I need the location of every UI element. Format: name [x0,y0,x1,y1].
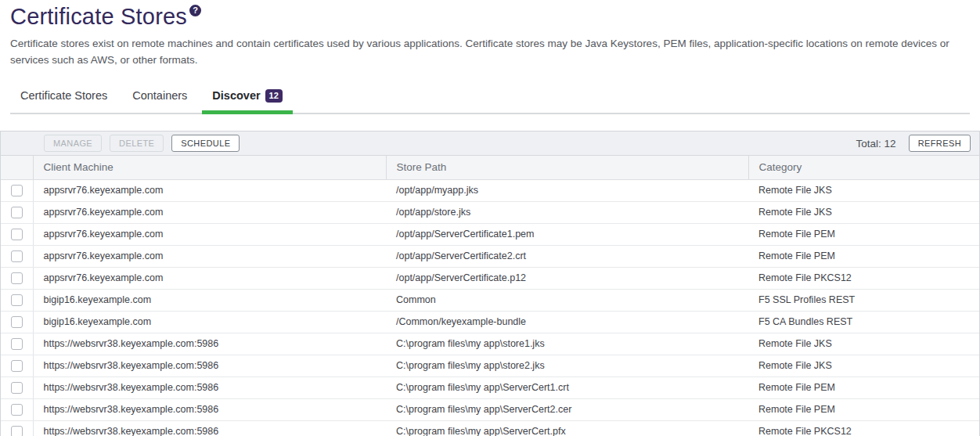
tab-certificate-stores[interactable]: Certificate Stores [10,81,117,113]
category-cell: Remote File PKCS12 [748,420,979,436]
row-checkbox-cell [1,245,33,267]
row-checkbox-cell [1,333,33,355]
client-machine-cell: appsrvr76.keyexample.com [33,201,386,223]
store-path-cell: C:\program files\my app\store2.jks [386,355,748,377]
table-row[interactable]: https://websrvr38.keyexample.com:5986C:\… [1,377,979,398]
row-checkbox[interactable] [11,426,23,436]
row-checkbox[interactable] [11,250,23,262]
table-row[interactable]: appsrvr76.keyexample.com/opt/app/ServerC… [1,267,979,289]
store-path-cell: /opt/app/ServerCertificate2.crt [386,245,748,267]
row-checkbox-cell [1,201,33,223]
delete-button[interactable]: DELETE [110,135,164,152]
row-checkbox-cell [1,179,33,201]
column-header-store-path[interactable]: Store Path [386,156,748,179]
store-path-cell: C:\program files\my app\ServerCert2.cer [386,398,748,420]
store-path-cell: C:\program files\my app\ServerCert1.crt [386,377,748,398]
table-row[interactable]: bigip16.keyexample.comCommonF5 SSL Profi… [1,289,979,311]
client-machine-cell: https://websrvr38.keyexample.com:5986 [33,355,386,377]
table-row[interactable]: appsrvr76.keyexample.com/opt/app/myapp.j… [1,179,979,201]
column-header-client-machine[interactable]: Client Machine [33,156,386,179]
category-cell: F5 CA Bundles REST [748,311,979,333]
client-machine-cell: bigip16.keyexample.com [33,311,386,333]
table-row[interactable]: https://websrvr38.keyexample.com:5986C:\… [1,420,979,436]
table-row[interactable]: appsrvr76.keyexample.com/opt/app/store.j… [1,201,979,223]
client-machine-cell: https://websrvr38.keyexample.com:5986 [33,333,386,355]
row-checkbox-cell [1,398,33,420]
manage-button[interactable]: MANAGE [44,135,102,152]
store-path-cell: C:\program files\my app\store1.jks [386,333,748,355]
row-checkbox[interactable] [11,338,23,350]
category-cell: Remote File JKS [748,333,979,355]
client-machine-cell: https://websrvr38.keyexample.com:5986 [33,377,386,398]
tab-containers[interactable]: Containers [122,81,197,113]
row-checkbox-cell [1,267,33,289]
store-path-cell: /opt/app/store.jks [386,201,748,223]
row-checkbox[interactable] [11,316,23,328]
table-row[interactable]: appsrvr76.keyexample.com/opt/app/ServerC… [1,223,979,245]
page-header: Certificate Stores ? Certificate stores … [0,0,980,114]
store-path-cell: /opt/app/myapp.jks [386,179,748,201]
category-cell: Remote File PEM [748,223,979,245]
client-machine-cell: https://websrvr38.keyexample.com:5986 [33,398,386,420]
page-description: Certificate stores exist on remote machi… [10,35,970,68]
spacer [0,114,980,131]
certificate-stores-grid: MANAGE DELETE SCHEDULE Total: 12 REFRESH… [0,131,980,436]
tab-label: Containers [132,89,187,102]
column-header-category[interactable]: Category [748,156,979,179]
discover-results-table: Client Machine Store Path Category appsr… [1,156,979,436]
row-checkbox-cell [1,377,33,398]
store-path-cell: /Common/keyexample-bundle [386,311,748,333]
category-cell: Remote File PKCS12 [748,267,979,289]
refresh-button[interactable]: REFRESH [909,135,971,152]
tab-bar: Certificate Stores Containers Discover12 [10,81,970,114]
row-checkbox-cell [1,223,33,245]
row-checkbox[interactable] [11,360,23,372]
table-body: appsrvr76.keyexample.com/opt/app/myapp.j… [1,179,979,436]
store-path-cell: C:\program files\my app\ServerCert.pfx [386,420,748,436]
help-icon[interactable]: ? [189,5,201,16]
category-cell: Remote File JKS [748,179,979,201]
tab-discover[interactable]: Discover12 [202,81,293,113]
row-checkbox[interactable] [11,185,23,196]
category-cell: F5 SSL Profiles REST [748,289,979,311]
schedule-button[interactable]: SCHEDULE [171,135,240,152]
client-machine-cell: appsrvr76.keyexample.com [33,179,386,201]
table-row[interactable]: appsrvr76.keyexample.com/opt/app/ServerC… [1,245,979,267]
table-header-row: Client Machine Store Path Category [1,156,979,179]
store-path-cell: /opt/app/ServerCertificate1.pem [386,223,748,245]
table-row[interactable]: https://websrvr38.keyexample.com:5986C:\… [1,355,979,377]
client-machine-cell: bigip16.keyexample.com [33,289,386,311]
store-path-cell: Common [386,289,748,311]
tab-label: Certificate Stores [20,89,107,102]
category-cell: Remote File PEM [748,377,979,398]
row-checkbox-cell [1,355,33,377]
discover-count-badge: 12 [265,89,283,103]
table-row[interactable]: https://websrvr38.keyexample.com:5986C:\… [1,398,979,420]
page-title: Certificate Stores [10,3,187,30]
category-cell: Remote File JKS [748,201,979,223]
checkbox-column-header [1,156,33,179]
row-checkbox[interactable] [11,294,23,306]
row-checkbox-cell [1,311,33,333]
client-machine-cell: appsrvr76.keyexample.com [33,223,386,245]
total-count: Total: 12 [856,138,896,150]
store-path-cell: /opt/app/ServerCertificate.p12 [386,267,748,289]
table-row[interactable]: https://websrvr38.keyexample.com:5986C:\… [1,333,979,355]
client-machine-cell: appsrvr76.keyexample.com [33,245,386,267]
category-cell: Remote File PEM [748,398,979,420]
client-machine-cell: appsrvr76.keyexample.com [33,267,386,289]
table-row[interactable]: bigip16.keyexample.com/Common/keyexample… [1,311,979,333]
row-checkbox[interactable] [11,404,23,416]
category-cell: Remote File JKS [748,355,979,377]
row-checkbox-cell [1,289,33,311]
row-checkbox-cell [1,420,33,436]
row-checkbox[interactable] [11,207,23,218]
row-checkbox[interactable] [11,382,23,394]
category-cell: Remote File PEM [748,245,979,267]
row-checkbox[interactable] [11,272,23,284]
client-machine-cell: https://websrvr38.keyexample.com:5986 [33,420,386,436]
tab-label: Discover [212,89,260,102]
grid-toolbar: MANAGE DELETE SCHEDULE Total: 12 REFRESH [1,132,979,156]
row-checkbox[interactable] [11,229,23,240]
